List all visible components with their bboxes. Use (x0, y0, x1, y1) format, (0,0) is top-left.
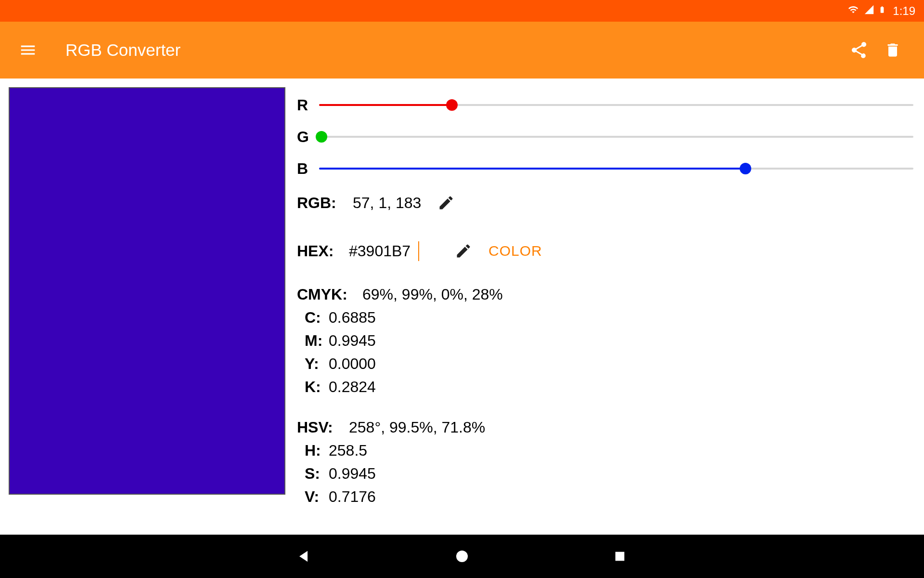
controls-panel: R G B RGB: 57, 1, 183 (285, 87, 913, 535)
slider-row-b: B (297, 153, 913, 184)
cmyk-c-row: C:0.6885 (297, 306, 913, 329)
android-nav-bar (0, 535, 924, 578)
cmyk-row: CMYK: 69%, 99%, 0%, 28% (297, 283, 913, 306)
hex-input[interactable] (349, 241, 419, 261)
delete-button[interactable] (876, 33, 910, 67)
cmyk-y-row: Y:0.0000 (297, 352, 913, 375)
hamburger-icon (19, 41, 37, 59)
hsv-block: HSV: 258°, 99.5%, 71.8% H:258.5 S:0.9945… (297, 416, 913, 508)
app-title: RGB Converter (65, 40, 842, 60)
slider-label-r: R (297, 96, 319, 114)
hex-row: HEX: COLOR (297, 239, 913, 263)
share-icon (849, 40, 869, 60)
share-button[interactable] (842, 33, 876, 67)
triangle-back-icon (296, 548, 312, 565)
square-recent-icon (613, 550, 627, 563)
circle-home-icon (454, 549, 470, 564)
rgb-row: RGB: 57, 1, 183 (297, 191, 913, 214)
rgb-block: RGB: 57, 1, 183 (297, 191, 913, 214)
pencil-icon (455, 242, 472, 260)
color-swatch-container (9, 87, 285, 535)
color-swatch (9, 87, 285, 495)
nav-home-button[interactable] (450, 545, 474, 568)
slider-r[interactable] (319, 95, 913, 115)
hsv-h-row: H:258.5 (297, 439, 913, 462)
app-bar: RGB Converter (0, 22, 924, 79)
hsv-row: HSV: 258°, 99.5%, 71.8% (297, 416, 913, 439)
battery-icon (878, 3, 886, 19)
android-status-bar: 1:19 (0, 0, 924, 22)
svg-point-0 (456, 551, 468, 562)
hsv-summary: 258°, 99.5%, 71.8% (349, 419, 485, 436)
slider-row-r: R (297, 89, 913, 121)
hsv-s-row: S:0.9945 (297, 462, 913, 485)
slider-row-g: G (297, 121, 913, 153)
cmyk-label: CMYK: (297, 286, 362, 303)
signal-icon (864, 4, 874, 18)
color-picker-button[interactable]: COLOR (488, 243, 542, 259)
slider-label-b: B (297, 160, 319, 178)
pencil-icon (437, 194, 455, 211)
slider-g[interactable] (319, 127, 913, 146)
hex-label: HEX: (297, 242, 349, 260)
edit-rgb-button[interactable] (437, 194, 455, 211)
svg-rect-1 (616, 552, 625, 561)
wifi-icon (847, 4, 860, 18)
trash-icon (884, 41, 901, 59)
menu-button[interactable] (13, 36, 42, 65)
main-content: R G B RGB: 57, 1, 183 (0, 79, 924, 535)
hsv-label: HSV: (297, 419, 349, 436)
nav-back-button[interactable] (293, 545, 316, 568)
cmyk-k-row: K:0.2824 (297, 375, 913, 398)
rgb-value: 57, 1, 183 (353, 194, 421, 212)
slider-b[interactable] (319, 159, 913, 178)
edit-hex-button[interactable] (455, 242, 472, 260)
cmyk-block: CMYK: 69%, 99%, 0%, 28% C:0.6885 M:0.994… (297, 283, 913, 398)
rgb-label: RGB: (297, 194, 353, 212)
hsv-v-row: V:0.7176 (297, 485, 913, 508)
cmyk-summary: 69%, 99%, 0%, 28% (362, 286, 503, 303)
cmyk-m-row: M:0.9945 (297, 329, 913, 352)
nav-recent-button[interactable] (608, 545, 631, 568)
status-time: 1:19 (893, 4, 915, 18)
